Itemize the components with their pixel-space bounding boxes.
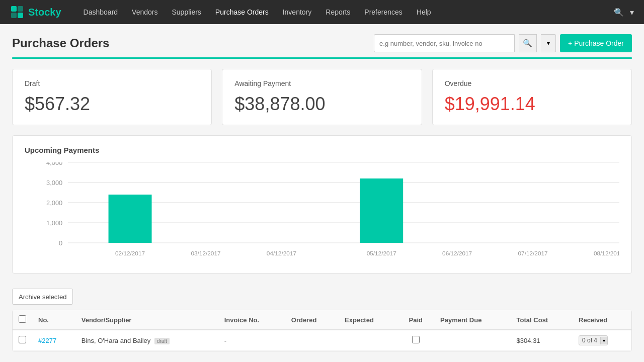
- header-actions: 🔍 ▾ + Purchase Order: [374, 34, 632, 52]
- header-ordered: Ordered: [285, 310, 339, 330]
- header-total-cost: Total Cost: [511, 310, 573, 330]
- received-count: 0 of 4: [582, 337, 597, 344]
- nav-reports[interactable]: Reports: [318, 0, 357, 24]
- navbar: Stocky Dashboard Vendors Suppliers Purch…: [0, 0, 644, 24]
- row-invoice: -: [218, 330, 285, 351]
- chart-svg: 4,000 3,000 2,000 1,000 0 02/12/2017 03/…: [25, 162, 619, 263]
- header-vendor: Vendor/Supplier: [75, 310, 218, 330]
- row-expected: [339, 330, 397, 351]
- table-header-row: No. Vendor/Supplier Invoice No. Ordered …: [13, 310, 631, 330]
- chart-bar-2: [360, 178, 403, 243]
- chevron-down-icon: ▾: [547, 40, 550, 47]
- svg-text:06/12/2017: 06/12/2017: [442, 250, 472, 256]
- table-container: No. Vendor/Supplier Invoice No. Ordered …: [12, 310, 632, 351]
- add-purchase-order-button[interactable]: + Purchase Order: [560, 34, 632, 52]
- search-icon: 🔍: [523, 39, 532, 48]
- stat-overdue-value: $19,991.14: [445, 94, 619, 115]
- row-payment-due: [434, 330, 511, 351]
- svg-text:07/12/2017: 07/12/2017: [518, 250, 548, 256]
- header-checkbox-cell: [13, 310, 32, 330]
- header-expected: Expected: [339, 310, 397, 330]
- stat-awaiting-label: Awaiting Payment: [234, 79, 409, 87]
- search-button[interactable]: 🔍: [519, 34, 537, 52]
- nav-links: Dashboard Vendors Suppliers Purchase Ord…: [76, 0, 614, 24]
- chart-title: Upcoming Payments: [25, 146, 619, 154]
- row-checkbox-cell: [13, 330, 32, 351]
- paid-checkbox[interactable]: [412, 336, 420, 343]
- svg-text:02/12/2017: 02/12/2017: [115, 250, 145, 256]
- nav-help[interactable]: Help: [410, 0, 438, 24]
- stat-draft-label: Draft: [25, 79, 199, 87]
- stat-cards: Draft $567.32 Awaiting Payment $38,878.0…: [12, 69, 632, 125]
- app-logo[interactable]: Stocky: [10, 5, 61, 19]
- received-dropdown-button[interactable]: ▾: [600, 337, 607, 344]
- chart-bar-1: [109, 195, 152, 243]
- svg-text:03/12/2017: 03/12/2017: [191, 250, 220, 256]
- svg-text:1,000: 1,000: [46, 220, 62, 226]
- teal-divider: [12, 57, 632, 59]
- stat-card-draft: Draft $567.32: [12, 69, 212, 125]
- nav-dropdown-icon[interactable]: ▾: [630, 8, 634, 17]
- received-badge: 0 of 4 ▾: [579, 335, 608, 345]
- header-payment-due: Payment Due: [434, 310, 511, 330]
- select-all-checkbox[interactable]: [19, 315, 26, 323]
- nav-suppliers[interactable]: Suppliers: [165, 0, 208, 24]
- row-paid: [397, 330, 434, 351]
- svg-rect-3: [18, 13, 23, 18]
- header-number: No.: [32, 310, 75, 330]
- svg-rect-2: [11, 13, 17, 18]
- page-title: Purchase Orders: [12, 36, 109, 50]
- svg-text:4,000: 4,000: [46, 162, 62, 166]
- stat-overdue-label: Overdue: [445, 79, 619, 87]
- vendor-name: Bins, O'Hara and Bailey: [82, 337, 151, 344]
- header-paid: Paid: [397, 310, 434, 330]
- svg-text:3,000: 3,000: [46, 179, 62, 186]
- row-total-cost: $304.31: [511, 330, 573, 351]
- toolbar: Archive selected: [12, 284, 632, 310]
- table-row: #2277 Bins, O'Hara and Bailey draft - $3…: [13, 330, 631, 351]
- nav-preferences[interactable]: Preferences: [357, 0, 409, 24]
- header-received: Received: [573, 310, 631, 330]
- page-header: Purchase Orders 🔍 ▾ + Purchase Order: [12, 34, 632, 52]
- search-icon[interactable]: 🔍: [614, 8, 624, 17]
- search-input[interactable]: [374, 34, 515, 52]
- stat-draft-value: $567.32: [25, 94, 199, 115]
- svg-text:05/12/2017: 05/12/2017: [367, 250, 396, 256]
- svg-rect-0: [11, 6, 17, 12]
- archive-selected-button[interactable]: Archive selected: [12, 289, 73, 305]
- nav-dashboard[interactable]: Dashboard: [76, 0, 125, 24]
- purchase-orders-table: No. Vendor/Supplier Invoice No. Ordered …: [13, 310, 631, 351]
- draft-badge: draft: [154, 338, 170, 344]
- svg-text:0: 0: [59, 240, 62, 246]
- svg-text:04/12/2017: 04/12/2017: [267, 250, 296, 256]
- nav-purchase-orders[interactable]: Purchase Orders: [208, 0, 276, 24]
- chart-card: Upcoming Payments 4,000 3,000 2,000 1,00…: [12, 135, 632, 274]
- nav-right: 🔍 ▾: [614, 8, 634, 17]
- stat-awaiting-value: $38,878.00: [234, 94, 409, 115]
- search-dropdown-button[interactable]: ▾: [541, 34, 556, 52]
- row-checkbox[interactable]: [19, 336, 26, 343]
- stat-card-awaiting: Awaiting Payment $38,878.00: [222, 69, 422, 125]
- svg-text:2,000: 2,000: [46, 200, 62, 206]
- row-received: 0 of 4 ▾: [573, 330, 631, 351]
- stat-card-overdue: Overdue $19,991.14: [432, 69, 632, 125]
- svg-text:08/12/2017: 08/12/2017: [594, 250, 619, 256]
- nav-vendors[interactable]: Vendors: [125, 0, 165, 24]
- chart-area: 4,000 3,000 2,000 1,000 0 02/12/2017 03/…: [25, 162, 619, 263]
- row-ordered: [285, 330, 339, 351]
- nav-inventory[interactable]: Inventory: [276, 0, 319, 24]
- main-content: Purchase Orders 🔍 ▾ + Purchase Order Dra…: [0, 24, 644, 362]
- order-number[interactable]: #2277: [38, 337, 56, 344]
- row-vendor: Bins, O'Hara and Bailey draft: [75, 330, 218, 351]
- svg-rect-1: [18, 6, 23, 12]
- header-invoice: Invoice No.: [218, 310, 285, 330]
- row-number: #2277: [32, 330, 75, 351]
- app-name: Stocky: [28, 7, 61, 18]
